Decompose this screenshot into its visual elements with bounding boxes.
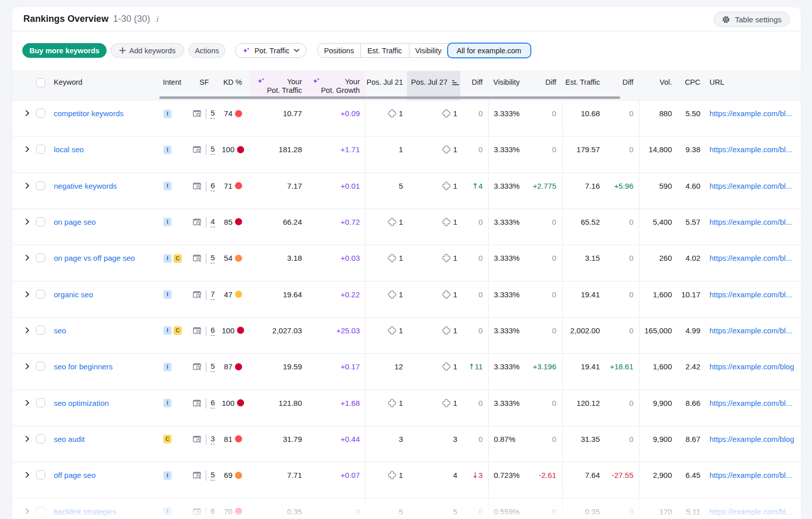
- keyword-link[interactable]: backlink strategies: [54, 507, 116, 516]
- volume-cell: 260: [639, 245, 678, 281]
- sf-count[interactable]: 5: [211, 362, 215, 372]
- row-expander[interactable]: [12, 209, 36, 245]
- table-row: on page vs off page seo IC 5 54 3.18 +0.…: [12, 245, 801, 281]
- keyword-link[interactable]: seo for beginners: [54, 362, 113, 371]
- url-link[interactable]: https://example.com/blog: [709, 435, 794, 443]
- row-expander[interactable]: [12, 390, 36, 426]
- row-checkbox[interactable]: [36, 326, 45, 335]
- row-checkbox[interactable]: [36, 507, 45, 516]
- url-link[interactable]: https://example.com/bl...: [709, 145, 792, 154]
- row-checkbox[interactable]: [36, 290, 45, 299]
- est-traffic-cell: 31.35: [562, 426, 606, 462]
- row-expander[interactable]: [12, 245, 36, 281]
- keyword-link[interactable]: negative keywords: [54, 182, 117, 190]
- sf-count[interactable]: 6: [211, 399, 215, 408]
- keyword-link[interactable]: seo audit: [54, 435, 85, 443]
- sf-count[interactable]: 5: [211, 471, 215, 480]
- serp-features-icon: [193, 435, 201, 443]
- segment-positions[interactable]: Positions: [318, 44, 360, 57]
- pos-prev-cell: 3: [365, 426, 407, 462]
- rankings-table: Keyword Intent SF KD % YourPot. Traffic …: [12, 71, 801, 519]
- serp-feature-position-icon: [388, 254, 396, 262]
- sf-count[interactable]: 7: [211, 290, 215, 300]
- pot-traffic-cell: 0.35: [250, 499, 308, 519]
- volume-cell: 1,600: [639, 282, 678, 317]
- sf-divider: [206, 362, 207, 372]
- keyword-link[interactable]: on page seo: [54, 218, 96, 226]
- buy-more-keywords-button[interactable]: Buy more keywords: [22, 43, 107, 58]
- metric-dropdown[interactable]: Pot. Traffic: [235, 43, 306, 58]
- url-link[interactable]: https://example.com/bl...: [709, 290, 792, 299]
- url-link[interactable]: https://example.com/bl...: [709, 109, 792, 118]
- url-link[interactable]: https://example.com/bl...: [709, 399, 792, 407]
- keyword-link[interactable]: competitor keywords: [54, 109, 124, 118]
- keyword-link[interactable]: on page vs off page seo: [54, 254, 135, 262]
- url-link[interactable]: https://example.com/bl...: [709, 218, 792, 226]
- pos-curr-value: 3: [453, 434, 457, 444]
- segment-all-for-domain[interactable]: All for example.com: [447, 43, 531, 58]
- sf-count[interactable]: 5: [211, 145, 215, 155]
- sf-count[interactable]: 6: [211, 182, 215, 191]
- table-settings-button[interactable]: Table settings: [714, 12, 790, 27]
- keyword-cell: negative keywords: [54, 173, 160, 209]
- row-checkbox[interactable]: [36, 181, 45, 190]
- segment-est-traffic[interactable]: Est. Traffic: [360, 44, 409, 57]
- est-traffic-cell: 120.12: [562, 390, 606, 426]
- row-expander[interactable]: [12, 462, 36, 498]
- row-checkbox[interactable]: [36, 145, 45, 154]
- row-checkbox[interactable]: [36, 398, 45, 407]
- url-link[interactable]: https://example.com/bl...: [709, 254, 792, 262]
- keyword-link[interactable]: organic seo: [54, 290, 93, 299]
- keyword-link[interactable]: seo optimization: [54, 399, 109, 407]
- url-link[interactable]: https://example.com/blog: [709, 362, 794, 371]
- pos-diff-cell: 0: [460, 245, 488, 281]
- url-link[interactable]: https://example.com/bl...: [709, 326, 792, 335]
- horizontal-scrollbar-thumb[interactable]: [159, 96, 620, 99]
- serp-feature-position-icon: [442, 254, 451, 262]
- row-checkbox[interactable]: [36, 362, 45, 371]
- row-checkbox[interactable]: [36, 109, 45, 118]
- segment-visibility[interactable]: Visibility: [409, 44, 448, 57]
- row-checkbox[interactable]: [36, 253, 45, 262]
- keyword-link[interactable]: seo: [54, 326, 66, 335]
- row-expander[interactable]: [12, 499, 36, 519]
- url-link[interactable]: https://example.com/bl...: [709, 182, 792, 190]
- row-expander[interactable]: [12, 318, 36, 353]
- column-header-volume[interactable]: Vol.: [639, 71, 678, 100]
- sf-count[interactable]: 4: [211, 218, 215, 227]
- add-keywords-button[interactable]: Add keywords: [111, 43, 184, 58]
- table-row: local seo I 5 100 181.28 +1.71 1 1 0 3.3…: [12, 136, 801, 172]
- sf-count[interactable]: 6: [211, 326, 215, 336]
- row-expander[interactable]: [12, 173, 36, 209]
- row-checkbox[interactable]: [36, 470, 45, 479]
- row-expander[interactable]: [12, 282, 36, 317]
- url-link[interactable]: https://example.com/bl...: [709, 471, 792, 479]
- keyword-link[interactable]: off page seo: [54, 471, 95, 479]
- visibility-cell: 3.333%: [488, 173, 532, 209]
- row-expander[interactable]: [12, 136, 36, 172]
- sf-divider: [206, 434, 207, 445]
- column-header-keyword[interactable]: Keyword: [54, 71, 160, 100]
- url-link[interactable]: https://example.com/bl...: [709, 507, 792, 516]
- info-icon[interactable]: i: [156, 15, 158, 23]
- url-cell: https://example.com/bl...: [706, 136, 801, 172]
- sf-count[interactable]: 5: [211, 254, 215, 263]
- sf-count[interactable]: 3: [211, 435, 215, 444]
- row-checkbox[interactable]: [36, 217, 45, 226]
- intent-badge-I: I: [163, 326, 172, 335]
- select-all-checkbox[interactable]: [36, 78, 45, 87]
- sf-divider: [206, 290, 207, 300]
- row-expander[interactable]: [12, 354, 36, 389]
- column-header-url[interactable]: URL: [706, 71, 801, 100]
- row-expander[interactable]: [12, 100, 36, 136]
- pos-diff-cell: ↓3: [460, 462, 488, 498]
- row-checkbox[interactable]: [36, 434, 45, 443]
- sf-count[interactable]: 6: [211, 507, 215, 517]
- keyword-link[interactable]: local seo: [54, 145, 84, 154]
- visibility-diff-cell: 0: [532, 282, 562, 317]
- sf-count[interactable]: 5: [211, 109, 215, 119]
- row-expander[interactable]: [12, 426, 36, 462]
- kd-dot: [235, 218, 242, 225]
- actions-button[interactable]: Actions: [188, 43, 226, 58]
- column-header-cpc[interactable]: CPC: [678, 71, 706, 100]
